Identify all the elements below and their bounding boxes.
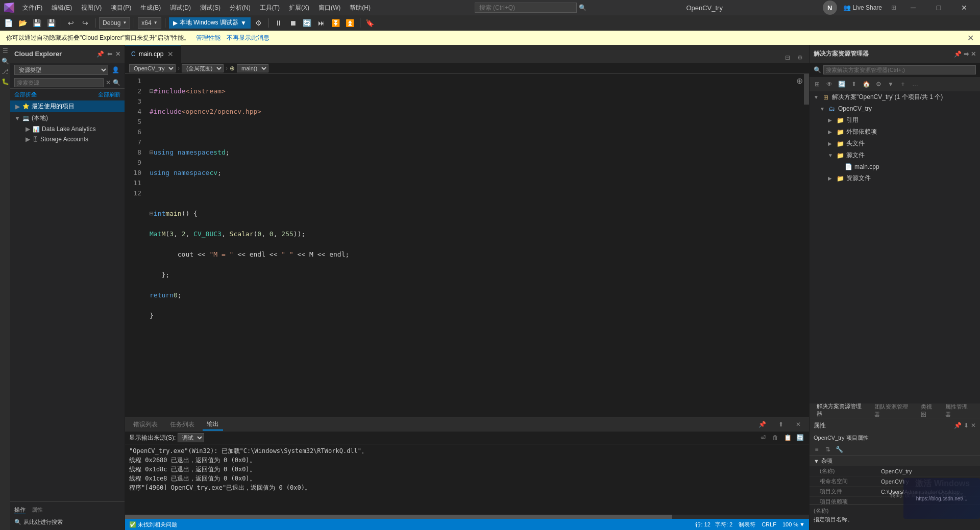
tree-item-local[interactable]: ▼ 💻 (本地): [10, 112, 125, 124]
solution-search-input[interactable]: [823, 65, 976, 74]
layout-icon[interactable]: ⊞: [888, 3, 899, 12]
sol-props-icon[interactable]: ⊞: [812, 79, 823, 90]
menu-debug[interactable]: 调试(D): [166, 3, 195, 13]
activity-search-icon[interactable]: 🔍: [1, 57, 9, 65]
sol-arrow-icon[interactable]: ➡: [964, 51, 969, 58]
platform-dropdown[interactable]: x64 ▼: [138, 17, 161, 29]
tree-item-recent[interactable]: ▶ ⭐ 最近使用的项目: [10, 100, 125, 112]
open-button[interactable]: 📂: [16, 17, 29, 29]
redo-button[interactable]: ↪: [79, 17, 91, 29]
clear-search-icon[interactable]: ✕: [106, 79, 111, 86]
maximize-button[interactable]: □: [927, 0, 950, 15]
tree-item-datalake[interactable]: ▶ 📊 Data Lake Analytics: [10, 124, 125, 134]
ops-tab[interactable]: 操作: [14, 506, 26, 514]
search-icon[interactable]: 🔍: [579, 4, 586, 11]
sol-filter-icon[interactable]: ▼: [885, 79, 896, 90]
output-wrap-icon[interactable]: ⏎: [758, 433, 768, 443]
search-resources-icon[interactable]: 🔍: [113, 79, 120, 86]
run-debug-button[interactable]: ▶ 本地 Windows 调试器 ▼: [169, 17, 251, 29]
error-list-tab[interactable]: 错误列表: [129, 419, 162, 430]
sol-show-all-icon[interactable]: 👁: [824, 79, 835, 90]
cloud-close-icon[interactable]: ✕: [115, 51, 120, 58]
editor-tab-main-cpp[interactable]: C main.cpp ✕: [125, 45, 181, 63]
close-button[interactable]: ✕: [952, 0, 976, 15]
cloud-arrow-icon[interactable]: ⬅: [107, 51, 112, 58]
props-tab[interactable]: 属性: [32, 506, 43, 514]
class-view-tab[interactable]: 类视图: [918, 402, 940, 419]
sol-item-source-files[interactable]: ▼ 📁 源文件: [810, 149, 980, 161]
notification-close-button[interactable]: ✕: [967, 33, 974, 43]
output-copy-icon[interactable]: 📋: [782, 433, 793, 443]
menu-help[interactable]: 帮助(H): [346, 3, 375, 13]
menu-window[interactable]: 窗口(W): [314, 3, 345, 13]
bookmark-button[interactable]: 🔖: [364, 17, 376, 29]
debug-btn-5[interactable]: ⏬: [330, 17, 342, 29]
sol-settings-icon[interactable]: ⚙: [873, 79, 884, 90]
debug-config-dropdown[interactable]: Debug ▼: [99, 17, 130, 29]
sol-pin-icon[interactable]: 📌: [954, 51, 962, 58]
tree-item-storage[interactable]: ▶ 🗄 Storage Accounts: [10, 134, 125, 144]
sol-close-icon[interactable]: ✕: [971, 51, 976, 58]
collapse-all-button[interactable]: 全部折叠: [14, 91, 37, 98]
search-resources-input[interactable]: [14, 78, 104, 87]
output-tab[interactable]: 输出: [203, 419, 223, 431]
scope-dropdown[interactable]: (全局范围): [182, 64, 224, 72]
add-code-icon[interactable]: ⊕: [796, 76, 803, 86]
dismiss-link[interactable]: 不再显示此消息: [227, 34, 270, 42]
debug-btn-1[interactable]: ⏸: [273, 17, 285, 29]
add-account-icon[interactable]: 👤: [110, 65, 120, 75]
manage-perf-link[interactable]: 管理性能: [196, 34, 220, 42]
menu-analyze[interactable]: 分析(N): [226, 3, 255, 13]
menu-test[interactable]: 测试(S): [196, 3, 225, 13]
tab-close-button[interactable]: ✕: [166, 50, 175, 58]
task-list-tab[interactable]: 任务列表: [166, 419, 199, 430]
debug-btn-3[interactable]: 🔄: [301, 17, 313, 29]
output-pin-icon[interactable]: 📌: [754, 420, 770, 429]
sol-item-project[interactable]: ▼ 🗂 OpenCV_try: [810, 103, 980, 114]
sol-item-headers[interactable]: ▶ 📁 头文件: [810, 138, 980, 149]
output-close-icon[interactable]: ✕: [792, 420, 805, 429]
gear-icon[interactable]: ⚙: [795, 53, 805, 63]
sol-item-references[interactable]: ▶ 📁 引用: [810, 114, 980, 126]
menu-view[interactable]: 视图(V): [77, 3, 106, 13]
props-list-icon[interactable]: ≡: [812, 444, 822, 455]
props-sort-icon[interactable]: ⇅: [823, 444, 833, 455]
save-all-button[interactable]: 💾: [45, 17, 57, 29]
sol-home-icon[interactable]: 🏠: [861, 79, 872, 90]
sol-item-solution[interactable]: ▼ ⊞ 解决方案"OpenCV_try"(1 个项目/共 1 个): [810, 91, 980, 103]
resource-type-dropdown[interactable]: 资源类型: [14, 65, 108, 75]
props-manager-tab[interactable]: 属性管理器: [942, 402, 976, 419]
undo-button[interactable]: ↩: [65, 17, 77, 29]
minimize-button[interactable]: ─: [901, 0, 925, 15]
sol-add-icon[interactable]: +: [897, 79, 909, 90]
refresh-all-button[interactable]: 全部刷新: [98, 91, 120, 98]
debug-btn-4[interactable]: ⏭: [315, 17, 328, 29]
scrollbar-thumb[interactable]: [125, 515, 672, 519]
output-refresh-icon[interactable]: 🔄: [795, 433, 805, 443]
menu-build[interactable]: 生成(B): [136, 3, 165, 13]
scrollbar-thumb[interactable]: [804, 74, 809, 105]
search-input[interactable]: [475, 3, 577, 13]
horizontal-scrollbar[interactable]: [125, 515, 809, 519]
props-close-icon[interactable]: ✕: [971, 422, 976, 429]
cloud-pin-icon[interactable]: 📌: [96, 51, 104, 58]
profile-avatar[interactable]: N: [823, 1, 837, 15]
menu-file[interactable]: 文件(F): [18, 3, 46, 13]
vertical-scrollbar[interactable]: [804, 74, 809, 417]
props-wrench-icon[interactable]: 🔧: [834, 444, 844, 455]
team-explorer-tab[interactable]: 团队资源管理器: [871, 402, 916, 419]
activity-debug-icon[interactable]: 🐛: [1, 78, 9, 86]
activity-git-icon[interactable]: ⎇: [1, 67, 9, 75]
zoom-dropdown[interactable]: 100 % ▼: [782, 521, 805, 527]
props-pin-icon[interactable]: 📌: [954, 422, 962, 429]
code-editor-content[interactable]: ⊟#include <iostream> #include <opencv2/o…: [145, 74, 809, 417]
sol-item-external-deps[interactable]: ▶ 📁 外部依赖项: [810, 126, 980, 138]
sol-collapse-icon[interactable]: ⬆: [848, 79, 860, 90]
new-file-button[interactable]: 📄: [2, 17, 14, 29]
split-editor-icon[interactable]: ⊟: [782, 53, 793, 63]
activity-explorer-icon[interactable]: ☰: [1, 47, 9, 55]
class-dropdown[interactable]: OpenCV_try: [129, 64, 176, 72]
debug-btn-2[interactable]: ⏹: [287, 17, 299, 29]
live-share-button[interactable]: 👥 Live Share: [839, 3, 886, 12]
menu-extensions[interactable]: 扩展(X): [285, 3, 313, 13]
